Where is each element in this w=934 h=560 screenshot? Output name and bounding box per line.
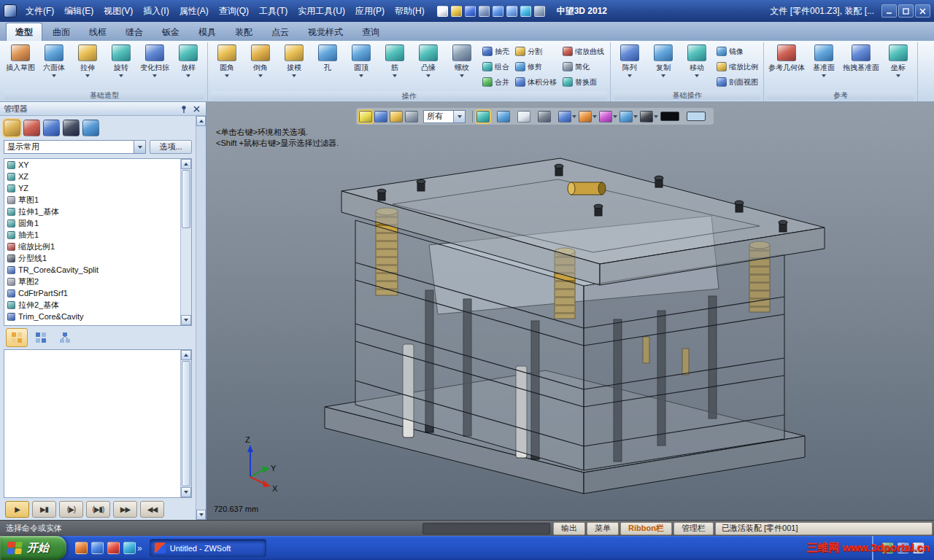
3d-canvas[interactable]: Z Y X (207, 102, 934, 520)
start-button[interactable]: 开始 (0, 536, 66, 560)
display-mode-icon[interactable] (538, 111, 551, 122)
scrollbar-thumb[interactable] (182, 170, 190, 228)
statusbar-toggle-button[interactable]: 管理栏 (674, 522, 714, 535)
menu-item[interactable]: 帮助(H) (390, 2, 430, 20)
ribbon-command-button[interactable]: 剖面视图 (717, 75, 758, 89)
ribbon-command-button[interactable]: 简化 (563, 60, 604, 74)
ribbon-tab[interactable]: 视觉样式 (299, 23, 352, 41)
selection-filter-combo[interactable]: 所有 (423, 110, 466, 123)
ribbon-command-button[interactable]: 体积分移 (515, 75, 557, 89)
ribbon-command-button[interactable]: 六面体 (37, 42, 71, 90)
playback-button[interactable]: ▶▶ (113, 501, 137, 518)
playback-button[interactable]: ▶▮ (32, 501, 56, 518)
ribbon-tab[interactable]: 钣金 (153, 23, 188, 41)
tree-item[interactable]: Trim_Core&Cavity (4, 311, 180, 322)
dropdown-arrow-icon[interactable] (613, 115, 617, 118)
manager-mode-icon[interactable] (43, 120, 60, 136)
playback-button[interactable]: (▶) (59, 501, 83, 518)
ribbon-tab[interactable]: 造型 (6, 23, 42, 41)
ribbon-tab[interactable]: 线框 (80, 23, 115, 41)
scrollbar-thumb[interactable] (182, 361, 190, 486)
ribbon-command-button[interactable]: 倒角 (244, 42, 277, 90)
tree-item[interactable]: 抽壳1 (4, 229, 180, 241)
ribbon-command-button[interactable]: 变化扫掠 (138, 42, 171, 90)
ribbon-command-button[interactable]: 移动 (680, 42, 714, 90)
tree-item[interactable]: 草图2 (4, 276, 180, 287)
playback-button[interactable]: (▶▮) (86, 501, 110, 518)
tree-item[interactable]: XZ (4, 171, 180, 182)
display-mode-icon[interactable] (640, 111, 653, 122)
ribbon-command-button[interactable]: 参考几何体 (766, 42, 807, 90)
ribbon-command-button[interactable]: 合并 (482, 75, 509, 89)
scroll-down-icon[interactable] (181, 315, 191, 325)
minimize-button[interactable] (881, 4, 897, 18)
display-mode-icon[interactable] (497, 111, 510, 122)
playback-button[interactable]: ▶ (5, 501, 29, 518)
statusbar-toggle-button[interactable]: Ribbon栏 (620, 522, 672, 535)
tray-icon[interactable] (913, 542, 924, 553)
manager-mode-icon[interactable] (4, 120, 20, 136)
viewport-tool-icon[interactable] (390, 111, 403, 122)
ribbon-command-button[interactable]: 阵列 (613, 42, 647, 90)
tree-item[interactable]: 缩放比例1 (4, 241, 180, 252)
tree-item[interactable]: 圆角1 (4, 217, 180, 229)
tree-scrollbar[interactable] (180, 159, 191, 325)
scroll-up-icon[interactable] (181, 159, 191, 169)
ribbon-tab[interactable]: 点云 (263, 23, 298, 41)
ribbon-command-button[interactable]: 基准面 (807, 42, 841, 90)
toolbar-icon[interactable] (479, 6, 490, 17)
display-mode-icon[interactable] (620, 111, 633, 122)
ribbon-command-button[interactable]: 放样 (171, 42, 205, 90)
ribbon-command-button[interactable]: 缩放比例 (717, 60, 758, 74)
menu-item[interactable]: 实用工具(U) (293, 2, 350, 20)
ribbon-command-button[interactable]: 拉伸 (71, 42, 104, 90)
ribbon-command-button[interactable]: 旋转 (104, 42, 138, 90)
toolbar-icon[interactable] (506, 6, 517, 17)
status-input-field[interactable] (422, 523, 550, 534)
menu-item[interactable]: 插入(I) (138, 2, 174, 20)
menu-item[interactable]: 视图(V) (99, 2, 138, 20)
ribbon-command-button[interactable]: 拔模 (277, 42, 311, 90)
ribbon-command-button[interactable]: 缩放曲线 (563, 44, 604, 58)
display-mode-icon[interactable] (579, 111, 592, 122)
display-mode-icon[interactable] (476, 111, 490, 122)
ribbon-command-button[interactable]: 组合 (482, 60, 509, 74)
close-button[interactable] (915, 4, 930, 18)
ribbon-command-button[interactable]: 拖拽基准面 (841, 42, 881, 90)
tray-icon[interactable] (898, 542, 908, 553)
task-button[interactable]: Untitled - ZWSoft (150, 539, 266, 557)
panel-scrollbar[interactable] (196, 116, 206, 520)
toolbar-icon[interactable] (465, 6, 476, 17)
ribbon-command-button[interactable]: 圆角 (210, 42, 244, 90)
options-button[interactable]: 选项... (150, 140, 192, 154)
close-panel-icon[interactable] (191, 104, 202, 114)
playback-button[interactable]: ◀◀ (140, 501, 164, 518)
display-mode-icon[interactable] (599, 111, 612, 122)
ribbon-tab[interactable]: 模具 (190, 23, 225, 41)
display-mode-icon[interactable] (517, 111, 530, 122)
dropdown-arrow-icon[interactable] (654, 115, 658, 118)
toolbar-icon[interactable] (520, 6, 531, 17)
tree-item[interactable]: XY (4, 159, 180, 171)
quick-launch-icon[interactable] (107, 542, 120, 554)
ribbon-command-button[interactable]: 筋 (378, 42, 412, 90)
menu-item[interactable]: 文件(F) (20, 2, 59, 20)
tray-icon[interactable] (882, 542, 893, 553)
ribbon-command-button[interactable]: 坐标 (881, 42, 915, 90)
ribbon-command-button[interactable]: 圆顶 (344, 42, 378, 90)
ribbon-command-button[interactable]: 分割 (515, 44, 557, 58)
scroll-down-icon[interactable] (181, 487, 191, 497)
viewport-tool-icon[interactable] (374, 111, 387, 122)
assembly-view-tab[interactable] (30, 328, 52, 347)
tree-item[interactable]: 拉伸1_基体 (4, 206, 180, 217)
statusbar-toggle-button[interactable]: 菜单 (587, 522, 619, 535)
menu-item[interactable]: 应用(P) (350, 2, 390, 20)
list-scrollbar[interactable] (180, 350, 191, 497)
menu-item[interactable]: 编辑(E) (59, 2, 99, 20)
dropdown-arrow-icon[interactable] (633, 115, 638, 118)
tree-item[interactable]: 草图1 (4, 194, 180, 206)
detail-list-panel[interactable] (4, 349, 192, 498)
toolbar-icon[interactable] (493, 6, 503, 17)
ribbon-tab[interactable]: 装配 (226, 23, 261, 41)
display-mode-icon[interactable] (687, 112, 706, 121)
